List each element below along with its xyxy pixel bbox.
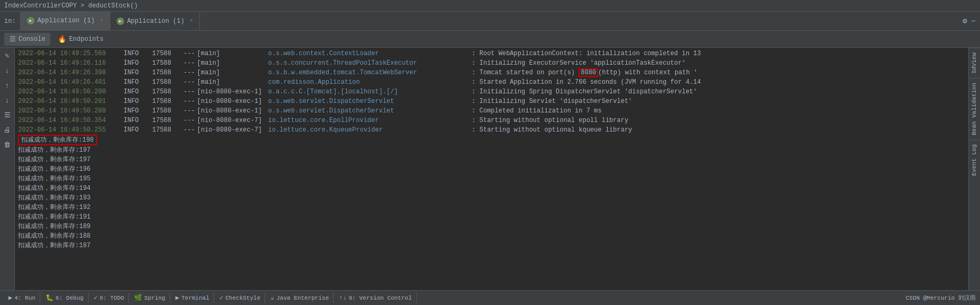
log-class: o.a.c.c.C.[Tomcat].[localhost].[/] xyxy=(268,87,470,97)
console-icon: ☰ xyxy=(10,35,16,43)
log-dashes: --- xyxy=(183,125,195,135)
bottom-label: 4: Run xyxy=(14,295,36,301)
bottom-item-6:-debug[interactable]: 🐛6: Debug xyxy=(41,293,89,303)
custom-line: 扣减成功，剩余库存:187 xyxy=(18,242,91,249)
run-icon xyxy=(27,17,34,24)
main-area: ✎ ↓ ↑ ↓ ☰ 🖨 🗑 2022-06-14 16:49:25.569 IN… xyxy=(0,48,980,290)
log-level: INFO xyxy=(124,58,150,68)
tab-bar-actions: ⚙ − xyxy=(962,12,980,30)
log-timestamp: 2022-06-14 16:49:26.398 xyxy=(18,68,121,77)
tab-console[interactable]: ☰ Console xyxy=(4,33,50,46)
run-label: in: xyxy=(0,12,21,30)
bottom-right-text: CSDN @Mercurio 刘汉雨 xyxy=(906,294,976,302)
bottom-item-6:-todo[interactable]: ✓6: TODO xyxy=(90,293,129,303)
right-sidebar: SdView Bean Validation Event Log xyxy=(968,48,980,290)
wrap-button[interactable]: ☰ xyxy=(2,109,13,121)
down-button[interactable]: ↓ xyxy=(2,94,13,106)
log-timestamp: 2022-06-14 16:49:25.569 xyxy=(18,49,121,58)
tab-application-2[interactable]: Application (1) × xyxy=(110,12,200,30)
minimize-icon[interactable]: − xyxy=(972,17,976,25)
log-message: : Initializing Servlet 'dispatcherServle… xyxy=(472,97,632,106)
log-timestamp: 2022-06-14 16:49:26.401 xyxy=(18,77,121,87)
bottom-icon: ✓ xyxy=(94,294,98,302)
custom-line: 扣减成功，剩余库存:188 xyxy=(18,232,91,240)
settings-icon[interactable]: ⚙ xyxy=(962,16,967,25)
tab-application-1[interactable]: Application (1) × xyxy=(21,12,110,30)
log-thread: [main] xyxy=(197,77,266,87)
clear-button[interactable]: 🗑 xyxy=(2,139,13,151)
log-level: INFO xyxy=(124,97,150,106)
sidebar-event-log[interactable]: Event Log xyxy=(969,140,980,180)
log-thread-id: 17588 xyxy=(152,49,181,58)
log-dashes: --- xyxy=(183,87,195,97)
bottom-item-checkstyle[interactable]: ✓CheckStyle xyxy=(215,293,265,303)
log-level: INFO xyxy=(124,125,150,135)
log-class: o.s.web.servlet.DispatcherServlet xyxy=(268,97,470,106)
log-thread-id: 17588 xyxy=(152,97,181,106)
log-message: : Completed initialization in 7 ms xyxy=(472,106,602,116)
scroll-to-end-button[interactable]: ↓ xyxy=(2,65,13,76)
bottom-item-spring[interactable]: 🌿Spring xyxy=(130,293,170,303)
log-line: 2022-06-14 16:49:26.398 INFO 17588 --- [… xyxy=(15,68,968,77)
bottom-label: 6: TODO xyxy=(100,295,124,301)
log-message: : Root WebApplicationContext: initializa… xyxy=(472,49,701,58)
bottom-label: Spring xyxy=(144,295,165,301)
bottom-icon: ▶ xyxy=(8,294,12,302)
tab1-label: Application (1) xyxy=(38,17,95,24)
tab-endpoints[interactable]: 🔥 Endpoints xyxy=(52,33,109,46)
log-thread: [nio-8080-exec-1] xyxy=(197,97,266,106)
bottom-item-java-enterprise[interactable]: ☕Java Enterprise xyxy=(266,293,334,303)
custom-line-wrapper: 扣减成功，剩余库存:197 xyxy=(15,155,968,164)
custom-line-highlighted: 扣减成功，剩余库存:198 xyxy=(18,135,97,145)
log-dashes: --- xyxy=(183,68,195,77)
log-thread-id: 17588 xyxy=(152,106,181,116)
tab2-close[interactable]: × xyxy=(190,18,193,24)
log-thread: [nio-8080-exec-1] xyxy=(197,87,266,97)
custom-line-wrapper: 扣减成功，剩余库存:188 xyxy=(15,231,968,241)
custom-line-wrapper: 扣减成功，剩余库存:192 xyxy=(15,203,968,212)
bottom-icon: ↑↓ xyxy=(339,294,346,302)
log-class: o.s.web.servlet.DispatcherServlet xyxy=(268,106,470,116)
custom-line: 扣减成功，剩余库存:192 xyxy=(18,204,91,211)
log-level: INFO xyxy=(124,68,150,77)
log-thread: [nio-8080-exec-1] xyxy=(197,106,266,116)
custom-line-wrapper: 扣减成功，剩余库存:198 xyxy=(15,135,968,145)
console-output: 2022-06-14 16:49:25.569 INFO 17588 --- [… xyxy=(15,48,968,290)
sidebar-bean-validation[interactable]: Bean Validation xyxy=(969,78,980,140)
log-thread-id: 17588 xyxy=(152,68,181,77)
tab-bar: in: Application (1) × Application (1) × … xyxy=(0,12,980,31)
log-timestamp: 2022-06-14 16:49:50.354 xyxy=(18,116,121,125)
print-button[interactable]: 🖨 xyxy=(2,124,13,136)
custom-line-wrapper: 扣减成功，剩余库存:195 xyxy=(15,174,968,184)
edit-button[interactable]: ✎ xyxy=(2,50,13,62)
custom-line: 扣减成功，剩余库存:197 xyxy=(18,156,91,163)
bottom-label: Terminal xyxy=(181,295,209,301)
log-dashes: --- xyxy=(183,97,195,106)
log-thread-id: 17588 xyxy=(152,125,181,135)
custom-line-wrapper: 扣减成功，剩余库存:194 xyxy=(15,184,968,193)
log-thread: [main] xyxy=(197,58,266,68)
port-highlight: 8080 xyxy=(579,68,598,77)
bottom-item-terminal[interactable]: ▶Terminal xyxy=(171,293,214,303)
log-class: io.lettuce.core.EpollProvider xyxy=(268,116,470,125)
scroll-up-button[interactable]: ↑ xyxy=(2,80,13,91)
log-message: : Started Application in 2.766 seconds (… xyxy=(472,77,701,87)
log-line: 2022-06-14 16:49:50.208 INFO 17588 --- [… xyxy=(15,106,968,116)
log-timestamp: 2022-06-14 16:49:50.208 xyxy=(18,106,121,116)
log-thread: [main] xyxy=(197,49,266,58)
log-message: : Initializing ExecutorService 'applicat… xyxy=(472,58,686,68)
custom-line: 扣减成功，剩余库存:189 xyxy=(18,223,91,230)
bottom-item-4:-run[interactable]: ▶4: Run xyxy=(4,293,40,303)
custom-line: 扣减成功，剩余库存:191 xyxy=(18,213,91,221)
custom-line: 扣减成功，剩余库存:196 xyxy=(18,165,91,173)
log-thread-id: 17588 xyxy=(152,77,181,87)
tab1-close[interactable]: × xyxy=(100,18,103,23)
endpoints-label: Endpoints xyxy=(69,36,103,43)
custom-line-wrapper: 扣减成功，剩余库存:187 xyxy=(15,241,968,250)
log-dashes: --- xyxy=(183,77,195,87)
log-class: o.s.b.w.embedded.tomcat.TomcatWebServer xyxy=(268,68,470,77)
log-class: com.redisson.Application xyxy=(268,77,470,87)
log-thread: [nio-8080-exec-7] xyxy=(197,116,266,125)
sidebar-sdview[interactable]: SdView xyxy=(969,48,980,78)
bottom-item-9:-version-control[interactable]: ↑↓9: Version Control xyxy=(335,293,416,303)
